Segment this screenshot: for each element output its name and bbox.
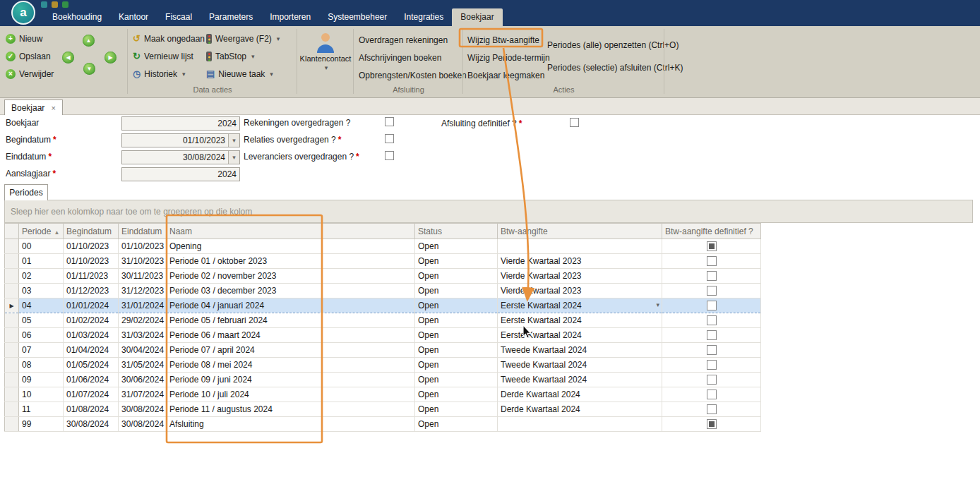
periodes-alle-openzetten-button[interactable]: Periodes (alle) openzetten (Ctrl+O) bbox=[547, 38, 679, 52]
btw-definitief-checkbox[interactable] bbox=[707, 345, 717, 355]
table-row[interactable]: ▶ 04 01/01/2024 31/01/2024 Periode 04 / … bbox=[5, 298, 761, 313]
cell-begindatum[interactable]: 01/08/2024 bbox=[64, 402, 119, 417]
cell-naam[interactable]: Periode 08 / mei 2024 bbox=[167, 358, 415, 373]
cell-einddatum[interactable]: 30/04/2024 bbox=[119, 343, 167, 358]
cell-periode[interactable]: 08 bbox=[19, 358, 64, 373]
cell-periode[interactable]: 01 bbox=[19, 254, 64, 269]
table-row[interactable]: 05 01/02/2024 29/02/2024 Periode 05 / fe… bbox=[5, 313, 761, 328]
cell-btw-definitief[interactable] bbox=[662, 387, 761, 402]
cell-btw-definitief[interactable] bbox=[662, 313, 761, 328]
table-row[interactable]: 08 01/05/2024 31/05/2024 Periode 08 / me… bbox=[5, 358, 761, 373]
cell-btw-aangifte[interactable]: Derde Kwartaal 2024 ▾ bbox=[498, 402, 662, 417]
cell-status[interactable]: Open bbox=[415, 387, 498, 402]
cell-btw-definitief[interactable] bbox=[662, 269, 761, 284]
date-dropdown-icon[interactable]: ▾ bbox=[228, 151, 239, 164]
cell-begindatum[interactable]: 01/05/2024 bbox=[64, 358, 119, 373]
cell-periode[interactable]: 06 bbox=[19, 328, 64, 343]
weergave-button[interactable]: Weergave (F2) ▾ bbox=[206, 32, 280, 46]
cell-periode[interactable]: 11 bbox=[19, 402, 64, 417]
btw-definitief-checkbox[interactable] bbox=[707, 375, 717, 385]
begindatum-input[interactable]: 01/10/2023 ▾ bbox=[121, 133, 240, 147]
cell-btw-definitief[interactable] bbox=[662, 343, 761, 358]
table-row[interactable]: 06 01/03/2024 31/03/2024 Periode 06 / ma… bbox=[5, 328, 761, 343]
column-header-naam[interactable]: Naam bbox=[167, 224, 415, 239]
cell-status[interactable]: Open bbox=[415, 417, 498, 432]
cell-status[interactable]: Open bbox=[415, 254, 498, 269]
cell-naam[interactable]: Periode 04 / januari 2024 bbox=[167, 298, 415, 313]
cell-periode[interactable]: 07 bbox=[19, 343, 64, 358]
column-header-periode[interactable]: Periode▲ bbox=[19, 224, 64, 239]
btw-definitief-checkbox[interactable] bbox=[707, 390, 717, 399]
nav-next-button[interactable]: ▼ bbox=[83, 63, 95, 75]
app-logo[interactable]: a bbox=[11, 1, 35, 25]
cell-naam[interactable]: Periode 06 / maart 2024 bbox=[167, 328, 415, 343]
menu-tab-parameters[interactable]: Parameters bbox=[201, 8, 261, 26]
cell-naam[interactable]: Periode 09 / juni 2024 bbox=[167, 373, 415, 387]
btw-definitief-checkbox[interactable] bbox=[707, 419, 717, 429]
menu-tab-systeembeheer[interactable]: Systeembeheer bbox=[319, 8, 395, 26]
cell-btw-aangifte[interactable]: Derde Kwartaal 2024 ▾ bbox=[498, 387, 662, 402]
cell-naam[interactable]: Opening bbox=[167, 239, 415, 254]
table-row[interactable]: 07 01/04/2024 30/04/2024 Periode 07 / ap… bbox=[5, 343, 761, 358]
cell-einddatum[interactable]: 30/08/2024 bbox=[119, 402, 167, 417]
relaties-overgedragen-checkbox[interactable] bbox=[385, 134, 394, 143]
cell-einddatum[interactable]: 31/12/2023 bbox=[119, 284, 167, 298]
cell-einddatum[interactable]: 29/02/2024 bbox=[119, 313, 167, 328]
verwijder-button[interactable]: × Verwijder bbox=[6, 67, 54, 81]
document-tab-boekjaar[interactable]: Boekjaar × bbox=[4, 99, 63, 115]
cell-btw-definitief[interactable] bbox=[662, 358, 761, 373]
cell-naam[interactable]: Periode 02 / november 2023 bbox=[167, 269, 415, 284]
table-row[interactable]: 09 01/06/2024 30/06/2024 Periode 09 / ju… bbox=[5, 373, 761, 387]
menu-tab-kantoor[interactable]: Kantoor bbox=[110, 8, 157, 26]
combo-dropdown-icon[interactable]: ▾ bbox=[656, 301, 659, 308]
cell-begindatum[interactable]: 01/11/2023 bbox=[64, 269, 119, 284]
nav-previous-button[interactable]: ▲ bbox=[83, 35, 95, 47]
vernieuw-lijst-button[interactable]: ↻ Vernieuw lijst bbox=[133, 49, 193, 64]
column-header-einddatum[interactable]: Einddatum bbox=[119, 224, 167, 239]
cell-begindatum[interactable]: 01/10/2023 bbox=[64, 239, 119, 254]
btw-definitief-checkbox[interactable] bbox=[707, 404, 717, 414]
cell-btw-aangifte[interactable]: Eerste Kwartaal 2024 ▾ bbox=[498, 313, 662, 328]
cell-naam[interactable]: Periode 07 / april 2024 bbox=[167, 343, 415, 358]
cell-status[interactable]: Open bbox=[415, 358, 498, 373]
cell-status[interactable]: Open bbox=[415, 328, 498, 343]
cell-begindatum[interactable]: 01/10/2023 bbox=[64, 254, 119, 269]
cell-status[interactable]: Open bbox=[415, 343, 498, 358]
menu-tab-integraties[interactable]: Integraties bbox=[395, 8, 452, 26]
column-header-btw-aangifte[interactable]: Btw-aangifte bbox=[498, 224, 662, 239]
quick-access-icon[interactable] bbox=[62, 1, 68, 8]
cell-periode[interactable]: 10 bbox=[19, 387, 64, 402]
quick-access-icon[interactable] bbox=[41, 1, 47, 8]
column-header-begindatum[interactable]: Begindatum bbox=[64, 224, 119, 239]
cell-btw-aangifte[interactable]: Tweede Kwartaal 2024 ▾ bbox=[498, 373, 662, 387]
cell-status[interactable]: Open bbox=[415, 402, 498, 417]
cell-btw-definitief[interactable] bbox=[662, 417, 761, 432]
btw-definitief-checkbox[interactable] bbox=[707, 256, 717, 266]
maak-ongedaan-button[interactable]: ↺ Maak ongedaan bbox=[133, 32, 205, 46]
aanslagjaar-input[interactable]: 2024 bbox=[121, 167, 240, 181]
cell-einddatum[interactable]: 31/05/2024 bbox=[119, 358, 167, 373]
cell-btw-aangifte[interactable]: Vierde Kwartaal 2023 ▾ bbox=[498, 269, 662, 284]
cell-btw-definitief[interactable] bbox=[662, 239, 761, 254]
opbrengsten-kosten-boeken-button[interactable]: Opbrengsten/Kosten boeken bbox=[359, 68, 467, 83]
table-row[interactable]: 11 01/08/2024 30/08/2024 Periode 11 / au… bbox=[5, 402, 761, 417]
historiek-button[interactable]: ◷ Historiek ▾ bbox=[133, 67, 186, 81]
cell-btw-aangifte[interactable]: Vierde Kwartaal 2023 ▾ bbox=[498, 284, 662, 298]
einddatum-input[interactable]: 30/08/2024 ▾ bbox=[121, 150, 240, 164]
cell-periode[interactable]: 00 bbox=[19, 239, 64, 254]
table-row[interactable]: 01 01/10/2023 31/10/2023 Periode 01 / ok… bbox=[5, 254, 761, 269]
cell-periode[interactable]: 99 bbox=[19, 417, 64, 432]
nav-first-button[interactable]: ◀ bbox=[62, 52, 74, 64]
nieuw-button[interactable]: + Nieuw bbox=[6, 32, 42, 46]
table-row[interactable]: 02 01/11/2023 30/11/2023 Periode 02 / no… bbox=[5, 269, 761, 284]
cell-btw-definitief[interactable] bbox=[662, 298, 761, 313]
menu-tab-boekhouding[interactable]: Boekhouding bbox=[44, 8, 110, 26]
btw-definitief-checkbox[interactable] bbox=[707, 330, 717, 340]
table-row[interactable]: 03 01/12/2023 31/12/2023 Periode 03 / de… bbox=[5, 284, 761, 298]
cell-begindatum[interactable]: 01/12/2023 bbox=[64, 284, 119, 298]
cell-status[interactable]: Open bbox=[415, 373, 498, 387]
cell-status[interactable]: Open bbox=[415, 284, 498, 298]
cell-periode[interactable]: 03 bbox=[19, 284, 64, 298]
cell-einddatum[interactable]: 31/01/2024 bbox=[119, 298, 167, 313]
btw-definitief-checkbox[interactable] bbox=[707, 360, 717, 370]
